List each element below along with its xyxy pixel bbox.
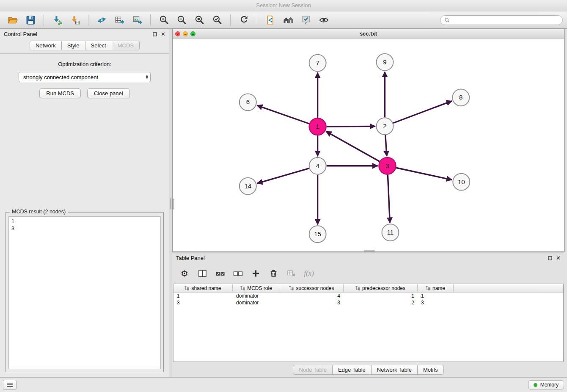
save-session-button[interactable]	[22, 13, 39, 27]
search-box[interactable]	[440, 15, 563, 25]
column-header-successor-nodes[interactable]: successor nodes	[280, 284, 344, 292]
graph-node-9[interactable]: 9	[376, 54, 393, 71]
table-panel-float-button[interactable]	[548, 256, 552, 260]
zoom-in-button[interactable]	[155, 13, 172, 27]
control-panel-close-button[interactable]: ✕	[161, 31, 165, 37]
table-cell[interactable]: dominator	[233, 293, 280, 299]
graph-edge-3-11[interactable]	[388, 175, 390, 223]
graph-edge-3-10[interactable]	[396, 168, 452, 180]
zoom-out-button[interactable]	[173, 13, 190, 27]
mcds-result-box[interactable]: 13	[8, 216, 161, 369]
delete-table-button[interactable]	[284, 267, 298, 280]
table-tab-motifs[interactable]: Motifs	[418, 365, 444, 375]
column-header-shared-name[interactable]: shared name	[173, 284, 233, 292]
memory-button[interactable]: Memory	[528, 380, 564, 389]
graph-node-label: 8	[459, 94, 462, 101]
search-input[interactable]	[452, 17, 559, 24]
graph-node-6[interactable]: 6	[239, 94, 256, 110]
panel-splitter[interactable]	[169, 29, 172, 377]
zoom-window-icon[interactable]: +	[190, 31, 195, 36]
save-floppy-icon	[25, 15, 36, 25]
export-image-button[interactable]	[129, 13, 146, 27]
style-check-button[interactable]	[297, 13, 314, 27]
tab-style[interactable]: Style	[62, 41, 85, 50]
table-tab-node-table[interactable]: Node Table	[293, 365, 333, 375]
zoom-selected-icon	[212, 15, 223, 25]
graph-node-7[interactable]: 7	[309, 55, 326, 72]
table-cell[interactable]: 3	[173, 299, 233, 306]
optimization-criterion-select[interactable]: strongly connected component ▲▼	[19, 72, 151, 82]
tab-mcds[interactable]: MCDS	[112, 41, 140, 50]
document-share-button[interactable]	[262, 13, 279, 27]
column-header-name[interactable]: name	[418, 284, 454, 292]
zoom-selected-button[interactable]	[209, 13, 226, 27]
network-h-scrollbar[interactable]	[364, 250, 375, 251]
column-header-MCDS-role[interactable]: MCDS role	[233, 284, 280, 292]
tab-network[interactable]: Network	[30, 41, 62, 50]
control-panel-float-button[interactable]	[153, 32, 157, 36]
table-export-icon	[114, 15, 125, 25]
table-panel-toggle-button[interactable]	[3, 380, 17, 390]
graph-edge-1-2[interactable]	[327, 126, 375, 127]
import-table-button[interactable]	[66, 13, 83, 27]
table-cell[interactable]: 1	[173, 293, 233, 299]
table-cell[interactable]: dominator	[233, 299, 280, 306]
table-tab-edge-table[interactable]: Edge Table	[333, 365, 372, 375]
table-panel: Table Panel ✕ ⚙	[172, 253, 564, 377]
homes-button[interactable]	[280, 13, 297, 27]
table-cell[interactable]: 1	[418, 293, 454, 299]
open-session-button[interactable]	[4, 13, 21, 27]
graph-node-14[interactable]: 14	[239, 178, 256, 195]
network-graph[interactable]: 7968124314101511	[173, 39, 564, 251]
delete-table-icon	[286, 269, 296, 278]
table-tab-network-table[interactable]: Network Table	[372, 365, 418, 375]
show-columns-button[interactable]	[195, 267, 209, 280]
table-row[interactable]: 1dominator411	[173, 293, 563, 299]
graph-node-8[interactable]: 8	[452, 89, 469, 106]
export-table-button[interactable]	[111, 13, 128, 27]
close-window-icon[interactable]: ×	[175, 31, 180, 36]
network-canvas[interactable]: 7968124314101511	[173, 39, 564, 251]
network-window-titlebar[interactable]: × − + scc.txt	[173, 29, 564, 39]
minimize-window-icon[interactable]: −	[183, 31, 188, 36]
tab-select[interactable]: Select	[85, 41, 112, 50]
network-arrows-button[interactable]	[93, 13, 110, 27]
import-network-button[interactable]	[49, 13, 66, 27]
table-row[interactable]: 3dominator323	[173, 299, 563, 306]
table-cell[interactable]: 3	[418, 299, 454, 306]
graph-edge-4-14[interactable]	[257, 168, 309, 184]
close-panel-button[interactable]: Close panel	[87, 88, 130, 98]
graph-node-3[interactable]: 3	[379, 157, 396, 174]
graph-node-10[interactable]: 10	[453, 174, 470, 190]
graph-edge-2-8[interactable]	[393, 101, 452, 123]
graph-edge-2-3[interactable]	[385, 135, 387, 156]
table-cell[interactable]: 2	[344, 299, 418, 306]
graph-node-2[interactable]: 2	[376, 118, 393, 135]
window-titlebar[interactable]: Session: New Session	[0, 0, 567, 11]
show-graphics-details-button[interactable]	[315, 13, 332, 27]
column-header-predecessor-nodes[interactable]: predecessor nodes	[344, 284, 418, 292]
toolbar-separator	[88, 14, 88, 26]
graph-node-15[interactable]: 15	[309, 226, 326, 243]
table-settings-button[interactable]: ⚙	[177, 267, 192, 280]
graph-node-4[interactable]: 4	[309, 157, 326, 174]
table-cell[interactable]: 1	[344, 293, 418, 299]
graph-edge-3-1[interactable]	[326, 131, 380, 161]
run-mcds-button[interactable]: Run MCDS	[39, 88, 81, 98]
network-v-scrollbar[interactable]	[173, 199, 174, 210]
delete-column-button[interactable]	[266, 267, 281, 280]
refresh-button[interactable]	[235, 13, 252, 27]
float-window-icon	[153, 32, 157, 36]
deselect-all-columns-button[interactable]	[231, 267, 245, 280]
graph-edge-1-6[interactable]	[257, 105, 309, 124]
table-panel-close-button[interactable]: ✕	[556, 255, 561, 261]
graph-node-1[interactable]: 1	[309, 118, 326, 135]
zoom-fit-button[interactable]	[191, 13, 208, 27]
graph-node-11[interactable]: 11	[382, 224, 399, 241]
create-column-button[interactable]	[248, 267, 263, 280]
table-cell[interactable]: 3	[280, 299, 344, 306]
function-builder-button[interactable]: f(x)	[302, 267, 316, 280]
select-all-columns-button[interactable]	[213, 267, 227, 280]
graph-node-label: 1	[316, 123, 319, 130]
table-cell[interactable]: 4	[280, 293, 344, 299]
